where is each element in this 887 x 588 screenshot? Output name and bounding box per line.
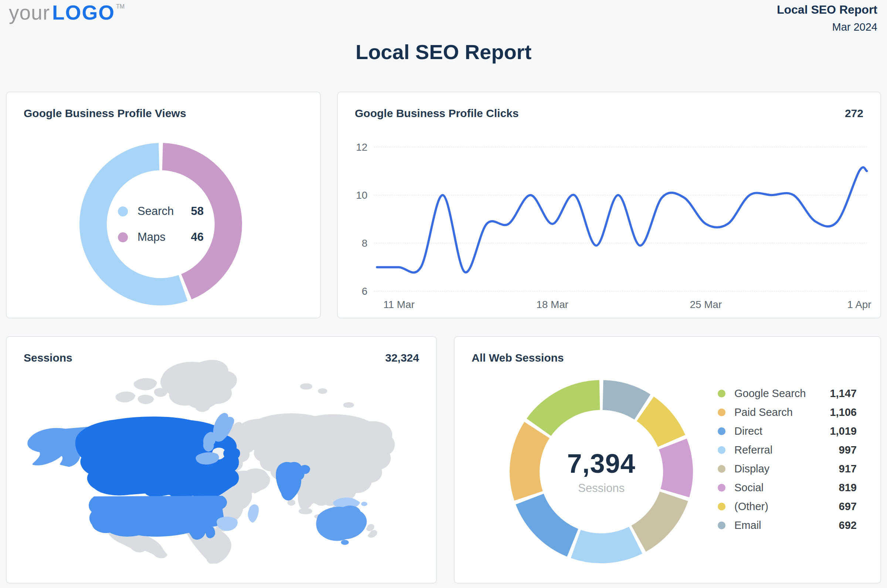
report-header-period: Mar 2024: [777, 21, 877, 33]
country-spain: [197, 453, 218, 464]
legend-item-direct: Direct1,019: [718, 422, 857, 441]
x-axis-label: 11 Mar: [383, 299, 414, 310]
legend-value: 997: [839, 444, 857, 456]
card-sessions-map: Sessions 32,324: [6, 336, 437, 584]
brand-logo: yourLOGOTM: [9, 1, 123, 24]
card-all-web-sessions: All Web Sessions 7,394 Sessions Google S…: [454, 336, 881, 584]
legend-value: 58: [191, 205, 204, 218]
report-header: Local SEO Report Mar 2024: [777, 3, 877, 33]
legend-item-maps: Maps46: [118, 231, 204, 244]
legend-value: 917: [839, 463, 857, 475]
aws-center-value: 7,394: [567, 448, 635, 478]
region-arabia: [247, 469, 269, 492]
x-axis-label: 1 Apr: [848, 299, 872, 310]
legend-dot: [118, 232, 128, 242]
report-header-title: Local SEO Report: [777, 3, 877, 16]
gbp-views-title: Google Business Profile Views: [24, 107, 186, 120]
y-axis-label: 12: [356, 141, 367, 153]
legend-label: Google Search: [734, 387, 806, 400]
legend-dot: [718, 522, 726, 529]
x-axis-label: 18 Mar: [536, 299, 568, 310]
legend-value: 1,019: [830, 425, 857, 437]
x-axis-label: 25 Mar: [690, 299, 722, 310]
legend-item--other-: (Other)697: [718, 497, 857, 516]
legend-item-email: Email692: [718, 516, 857, 535]
logo-brand: LOGO: [52, 1, 115, 24]
legend-dot: [718, 484, 726, 492]
aws-legend: Google Search1,147Paid Search1,106Direct…: [718, 384, 857, 535]
y-axis-label: 6: [362, 285, 367, 297]
country-australia: [317, 506, 366, 544]
country-sri-lanka: [288, 500, 294, 505]
legend-label: Search: [137, 205, 174, 218]
aws-donut-chart: 7,394 Sessions: [509, 380, 694, 564]
legend-label: Display: [734, 463, 770, 475]
country-south-africa: [218, 518, 237, 530]
sessions-title: Sessions: [24, 352, 72, 364]
page-title: Local SEO Report: [0, 40, 887, 64]
legend-value: 819: [839, 482, 857, 494]
legend-dot: [718, 390, 726, 398]
legend-label: (Other): [734, 501, 768, 513]
y-axis-label: 10: [356, 189, 367, 201]
legend-item-paid-search: Paid Search1,106: [718, 403, 857, 422]
country-poland: [224, 448, 239, 459]
clicks-trend-line: [377, 167, 867, 273]
legend-label: Direct: [734, 425, 762, 437]
aws-center-label: Sessions: [578, 482, 625, 495]
logo-trademark: TM: [116, 3, 125, 10]
country-usa: [90, 497, 226, 539]
legend-value: 697: [839, 501, 857, 513]
y-axis-label: 8: [362, 237, 367, 249]
legend-dot: [718, 408, 726, 416]
aws-title: All Web Sessions: [472, 352, 564, 364]
legend-value: 1,147: [830, 387, 857, 400]
country-madagascar: [249, 505, 258, 522]
legend-dot: [718, 428, 726, 435]
legend-value: 46: [191, 231, 204, 244]
card-gbp-clicks: Google Business Profile Clicks 272 12108…: [337, 92, 881, 318]
legend-dot: [718, 502, 726, 510]
gbp-clicks-title: Google Business Profile Clicks: [355, 107, 519, 120]
legend-dot: [718, 446, 726, 454]
legend-label: Social: [734, 482, 764, 494]
legend-label: Maps: [137, 231, 165, 244]
legend-item-display: Display917: [718, 459, 857, 478]
gbp-clicks-total: 272: [845, 107, 863, 120]
gbp-views-legend: Search58Maps46: [76, 139, 246, 309]
legend-dot: [118, 207, 128, 216]
gbp-views-donut-chart: Search58Maps46: [76, 139, 246, 309]
card-gbp-views: Google Business Profile Views Search58Ma…: [6, 92, 321, 318]
world-map: [21, 355, 397, 564]
legend-label: Paid Search: [734, 406, 793, 418]
country-new-zealand: [367, 525, 377, 537]
logo-prefix: your: [9, 1, 50, 24]
legend-value: 1,106: [830, 406, 857, 418]
country-arctic-islands: [116, 379, 166, 404]
legend-item-social: Social819: [718, 478, 857, 497]
country-united-kingdom: [204, 433, 214, 451]
country-bangladesh: [301, 466, 309, 473]
legend-dot: [718, 465, 726, 473]
country-siberian-islands: [301, 384, 353, 407]
aws-donut-center: 7,394 Sessions: [509, 380, 694, 564]
legend-label: Referral: [734, 444, 773, 456]
sessions-total: 32,324: [385, 352, 419, 364]
gbp-clicks-line-chart: 12108611 Mar18 Mar25 Mar1 Apr: [338, 92, 880, 318]
legend-value: 692: [839, 519, 857, 531]
country-iceland: [196, 404, 209, 411]
legend-item-referral: Referral997: [718, 441, 857, 459]
legend-item-google-search: Google Search1,147: [718, 384, 857, 403]
legend-label: Email: [734, 519, 761, 531]
country-greenland: [161, 361, 236, 408]
legend-item-search: Search58: [118, 205, 204, 218]
